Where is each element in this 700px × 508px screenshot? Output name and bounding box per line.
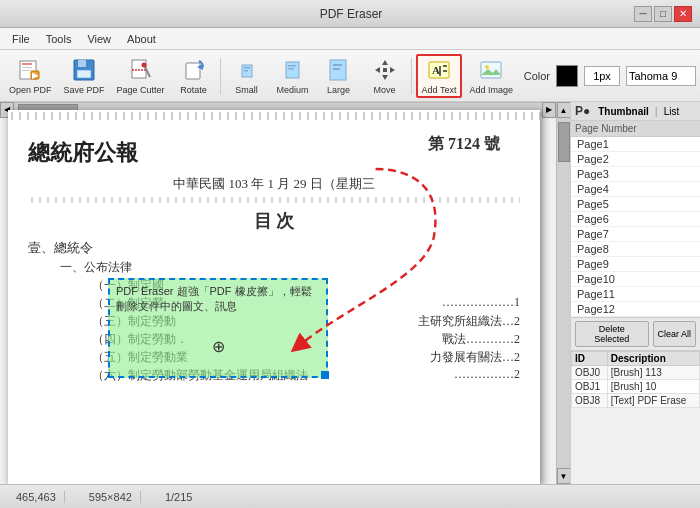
small-icon xyxy=(233,57,261,83)
page-list-item-4[interactable]: Page4 xyxy=(571,182,700,197)
scroll-up-button[interactable]: ▲ xyxy=(557,102,571,118)
rotate-button[interactable]: Rotate xyxy=(172,54,216,98)
menu-view[interactable]: View xyxy=(79,31,119,47)
toolbar: ▶ Open PDF Save PDF Page Cutter xyxy=(0,50,700,102)
save-pdf-label: Save PDF xyxy=(64,85,105,95)
page-list-item-7[interactable]: Page7 xyxy=(571,227,700,242)
svg-rect-16 xyxy=(244,67,250,69)
add-text-icon: A xyxy=(425,57,453,83)
move-button[interactable]: Move xyxy=(363,54,407,98)
right-panel: P● Thumbnail | List Page Number Page1 Pa… xyxy=(570,102,700,484)
add-text-button[interactable]: A Add Text xyxy=(416,54,463,98)
save-pdf-icon xyxy=(70,57,98,83)
page-cutter-label: Page Cutter xyxy=(117,85,165,95)
wavy-divider xyxy=(28,197,520,203)
minimize-button[interactable]: ─ xyxy=(634,6,652,22)
small-label: Small xyxy=(235,85,258,95)
color-picker[interactable] xyxy=(556,65,578,87)
move-handle-icon[interactable]: ⊕ xyxy=(212,337,225,356)
tab-thumbnail[interactable]: Thumbnail xyxy=(594,105,653,118)
pdf-main-title: 總統府公報 xyxy=(28,138,138,168)
page-list-item-2[interactable]: Page2 xyxy=(571,152,700,167)
page-list-item-5[interactable]: Page5 xyxy=(571,197,700,212)
page-number-label: Page Number xyxy=(571,121,700,137)
obj0-id: OBJ0 xyxy=(572,366,608,380)
open-pdf-button[interactable]: ▶ Open PDF xyxy=(4,54,57,98)
clear-all-button[interactable]: Clear All xyxy=(653,321,697,347)
svg-rect-1 xyxy=(22,63,32,65)
open-pdf-icon: ▶ xyxy=(16,57,44,83)
move-icon xyxy=(371,57,399,83)
object-row-1[interactable]: OBJ1 [Brush] 10 xyxy=(572,380,700,394)
svg-marker-24 xyxy=(382,60,388,65)
page-cutter-button[interactable]: Page Cutter xyxy=(112,54,170,98)
page-list-item-6[interactable]: Page6 xyxy=(571,212,700,227)
save-pdf-button[interactable]: Save PDF xyxy=(59,54,110,98)
page-list-item-8[interactable]: Page8 xyxy=(571,242,700,257)
pdf-viewer-container: 總統府公報 第 7124 號 中華民國 103 年 1 月 29 日（星期三 目… xyxy=(0,102,570,484)
pdf-body-0: 壹、總統令 xyxy=(28,239,520,257)
page-list-item-11[interactable]: Page11 xyxy=(571,287,700,302)
page-list-item-12[interactable]: Page12 xyxy=(571,302,700,317)
resize-handle[interactable] xyxy=(321,371,329,379)
titlebar: PDF Eraser ─ □ ✕ xyxy=(0,0,700,28)
rotate-icon xyxy=(180,57,208,83)
color-label: Color xyxy=(524,70,550,82)
page-list[interactable]: Page1 Page2 Page3 Page4 Page5 Page6 Page… xyxy=(571,137,700,317)
tab-list[interactable]: List xyxy=(660,105,684,118)
separator-2 xyxy=(411,58,412,94)
object-row-2[interactable]: OBJ8 [Text] PDF Erase xyxy=(572,394,700,408)
col-id: ID xyxy=(572,352,608,366)
pdf-subtitle: 中華民國 103 年 1 月 29 日（星期三 xyxy=(28,175,520,193)
page-list-item-3[interactable]: Page3 xyxy=(571,167,700,182)
obj1-id: OBJ1 xyxy=(572,380,608,394)
large-button[interactable]: Large xyxy=(317,54,361,98)
add-image-icon xyxy=(477,57,505,83)
menu-about[interactable]: About xyxy=(119,31,164,47)
vertical-scrollbar[interactable]: ▲ ▼ xyxy=(556,102,570,484)
page-list-item-9[interactable]: Page9 xyxy=(571,257,700,272)
separator-1 xyxy=(220,58,221,94)
titlebar-controls: ─ □ ✕ xyxy=(634,6,692,22)
text-box-overlay[interactable]: PDF Eraser 超強「PDF 橡皮擦」，輕鬆刪除文件中的圖文、訊息 ⊕ xyxy=(108,278,328,378)
scroll-down-button[interactable]: ▼ xyxy=(557,468,571,484)
svg-rect-17 xyxy=(244,70,248,72)
pdf-section-title: 目 次 xyxy=(28,209,520,233)
medium-button[interactable]: Medium xyxy=(271,54,315,98)
pdf-scroll-container: 總統府公報 第 7124 號 中華民國 103 年 1 月 29 日（星期三 目… xyxy=(0,102,570,484)
pdf-header-number: 第 7124 號 xyxy=(428,134,500,155)
svg-rect-7 xyxy=(78,60,86,67)
close-button[interactable]: ✕ xyxy=(674,6,692,22)
obj2-desc: [Text] PDF Erase xyxy=(607,394,699,408)
scroll-right-button[interactable]: ▶ xyxy=(542,102,556,118)
open-pdf-label: Open PDF xyxy=(9,85,52,95)
size-input[interactable] xyxy=(584,66,620,86)
panel-bottom: Delete Selected Clear All ID Description… xyxy=(571,317,700,408)
svg-point-12 xyxy=(141,62,146,67)
panel-icon: P● xyxy=(575,104,590,118)
svg-text:A: A xyxy=(432,64,440,76)
vertical-scrollbar-thumb[interactable] xyxy=(558,122,570,162)
page-list-item-10[interactable]: Page10 xyxy=(571,272,700,287)
svg-rect-2 xyxy=(22,67,32,68)
font-select[interactable] xyxy=(626,66,696,86)
menubar: File Tools View About xyxy=(0,28,700,50)
svg-rect-22 xyxy=(333,64,342,66)
delete-selected-button[interactable]: Delete Selected xyxy=(575,321,649,347)
maximize-button[interactable]: □ xyxy=(654,6,672,22)
menu-file[interactable]: File xyxy=(4,31,38,47)
obj2-id: OBJ8 xyxy=(572,394,608,408)
page-list-item-1[interactable]: Page1 xyxy=(571,137,700,152)
main-area: 總統府公報 第 7124 號 中華民國 103 年 1 月 29 日（星期三 目… xyxy=(0,102,700,484)
obj1-desc: [Brush] 10 xyxy=(607,380,699,394)
statusbar: 465,463 595×842 1/215 xyxy=(0,484,700,508)
add-image-button[interactable]: Add Image xyxy=(464,54,518,98)
svg-rect-34 xyxy=(481,62,501,78)
small-button[interactable]: Small xyxy=(225,54,269,98)
menu-tools[interactable]: Tools xyxy=(38,31,80,47)
medium-label: Medium xyxy=(277,85,309,95)
svg-rect-20 xyxy=(288,68,294,70)
object-row-0[interactable]: OBJ0 [Brush] 113 xyxy=(572,366,700,380)
pdf-scroll-area[interactable]: 總統府公報 第 7124 號 中華民國 103 年 1 月 29 日（星期三 目… xyxy=(0,102,556,484)
svg-text:▶: ▶ xyxy=(32,71,39,80)
